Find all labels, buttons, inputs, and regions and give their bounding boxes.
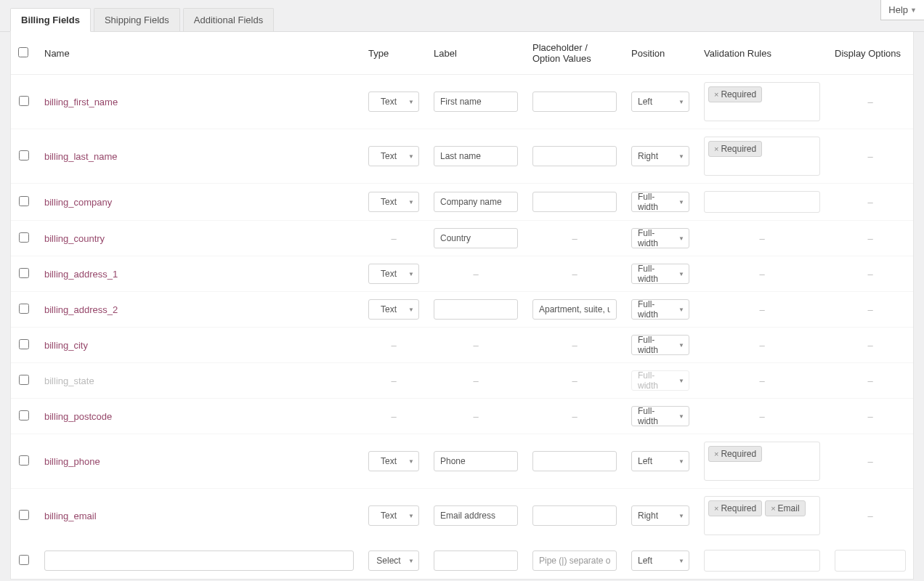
text-input[interactable]	[434, 550, 518, 571]
field-name-link[interactable]: billing_phone	[44, 456, 100, 467]
new-field-row: Select▼Left▼	[11, 543, 913, 579]
help-tab[interactable]: Help ▼	[880, 0, 924, 20]
col-header-validation: Validation Rules	[697, 32, 827, 75]
row-checkbox[interactable]	[19, 96, 29, 106]
row-checkbox[interactable]	[19, 555, 29, 565]
validation-tag-required[interactable]: ×Required	[708, 86, 762, 102]
validation-tag-required[interactable]: ×Required	[708, 446, 762, 462]
chevron-down-icon: ▼	[678, 199, 684, 206]
row-checkbox[interactable]	[19, 150, 29, 161]
pos-select[interactable]: Full-width▼	[631, 192, 689, 212]
pos-select[interactable]: Full-width▼	[631, 299, 689, 320]
pos-select[interactable]: Left▼	[631, 451, 689, 471]
chevron-down-icon: ▼	[408, 306, 414, 313]
validation-box[interactable]: ×Required	[704, 82, 820, 121]
row-checkbox[interactable]	[19, 510, 29, 520]
pos-select[interactable]: Full-width▼	[631, 228, 689, 248]
text-input[interactable]	[434, 299, 518, 320]
text-input[interactable]	[434, 451, 518, 471]
validation-box[interactable]: ×Required×Email	[704, 496, 820, 535]
tab-billing-fields[interactable]: Billing Fields	[10, 8, 91, 32]
tab-shipping-fields[interactable]: Shipping Fields	[94, 8, 180, 31]
validation-tag-email[interactable]: ×Email	[765, 500, 805, 516]
remove-tag-icon[interactable]: ×	[714, 90, 718, 99]
validation-tag-required[interactable]: ×Required	[708, 500, 762, 516]
pos-select[interactable]: Full-width▼	[631, 335, 689, 355]
field-name-link[interactable]: billing_city	[44, 340, 88, 351]
pos-select[interactable]: Right▼	[631, 505, 689, 526]
field-name-link[interactable]: billing_address_2	[44, 304, 118, 315]
chevron-down-icon: ▼	[408, 199, 414, 206]
text-input[interactable]	[434, 146, 518, 166]
col-header-placeholder: Placeholder / Option Values	[525, 32, 624, 75]
validation-box[interactable]: ×Required	[704, 442, 820, 481]
empty-dash: –	[835, 269, 906, 280]
chevron-down-icon: ▼	[408, 558, 414, 564]
type-select[interactable]: Text▼	[368, 92, 419, 112]
row-checkbox[interactable]	[19, 375, 29, 385]
text-input[interactable]	[532, 299, 617, 320]
empty-dash: –	[368, 340, 419, 351]
row-checkbox[interactable]	[19, 196, 29, 206]
chevron-down-icon: ▼	[678, 153, 684, 160]
validation-box[interactable]	[704, 191, 820, 213]
chevron-down-icon: ▼	[678, 235, 684, 242]
pos-select[interactable]: Right▼	[631, 146, 689, 166]
text-input[interactable]	[532, 505, 617, 526]
validation-tag-required[interactable]: ×Required	[708, 141, 762, 157]
text-input[interactable]	[532, 92, 617, 112]
field-name-link[interactable]: billing_last_name	[44, 151, 117, 162]
field-name-link[interactable]: billing_postcode	[44, 411, 112, 422]
type-select[interactable]: Text▼	[368, 146, 419, 166]
validation-box[interactable]: ×Required	[704, 137, 820, 176]
col-header-label: Label	[426, 32, 525, 75]
remove-tag-icon[interactable]: ×	[714, 145, 718, 153]
pos-select[interactable]: Left▼	[631, 550, 689, 571]
text-input[interactable]	[434, 505, 518, 526]
type-select[interactable]: Text▼	[368, 505, 419, 526]
remove-tag-icon[interactable]: ×	[771, 504, 775, 513]
text-input[interactable]	[434, 228, 518, 248]
pos-select[interactable]: Full-width▼	[631, 406, 689, 426]
text-input[interactable]	[434, 92, 518, 112]
row-checkbox[interactable]	[19, 410, 29, 420]
select-all-checkbox[interactable]	[18, 47, 28, 57]
new-field-name-input[interactable]	[44, 550, 354, 571]
table-row: billing_address_1Text▼––Full-width▼––	[11, 256, 913, 292]
pos-select[interactable]: Full-width▼	[631, 264, 689, 284]
empty-dash: –	[434, 269, 518, 280]
chevron-down-icon: ▼	[678, 271, 684, 277]
text-input[interactable]	[532, 146, 617, 166]
pos-select[interactable]: Left▼	[631, 92, 689, 112]
field-name-link[interactable]: billing_company	[44, 197, 112, 208]
row-checkbox[interactable]	[19, 232, 29, 243]
tab-additional-fields[interactable]: Additional Fields	[183, 8, 274, 31]
field-name-link[interactable]: billing_address_1	[44, 269, 118, 280]
empty-dash: –	[532, 411, 617, 422]
new-field-placeholder-input[interactable]	[532, 550, 617, 571]
text-input[interactable]	[532, 451, 617, 471]
type-select[interactable]: Text▼	[368, 451, 419, 471]
text-input[interactable]	[532, 192, 617, 212]
row-checkbox[interactable]	[19, 268, 29, 278]
type-select[interactable]: Select▼	[368, 550, 419, 571]
row-checkbox[interactable]	[19, 304, 29, 314]
validation-box[interactable]	[704, 550, 820, 572]
chevron-down-icon: ▼	[408, 99, 414, 105]
type-select[interactable]: Text▼	[368, 264, 419, 284]
col-header-position: Position	[624, 32, 697, 75]
remove-tag-icon[interactable]: ×	[714, 450, 718, 458]
type-select[interactable]: Text▼	[368, 192, 419, 212]
table-row: billing_state–––Full-width▼––	[11, 363, 913, 399]
row-checkbox[interactable]	[19, 339, 29, 349]
field-name-link[interactable]: billing_first_name	[44, 97, 118, 107]
chevron-down-icon: ▼	[678, 413, 684, 420]
field-name-link[interactable]: billing_email	[44, 511, 97, 521]
type-select[interactable]: Text▼	[368, 299, 419, 320]
remove-tag-icon[interactable]: ×	[714, 504, 718, 513]
help-label: Help	[888, 4, 908, 15]
text-input[interactable]	[434, 192, 518, 212]
display-options-box[interactable]	[835, 550, 906, 572]
field-name-link[interactable]: billing_country	[44, 233, 105, 244]
row-checkbox[interactable]	[19, 455, 29, 466]
